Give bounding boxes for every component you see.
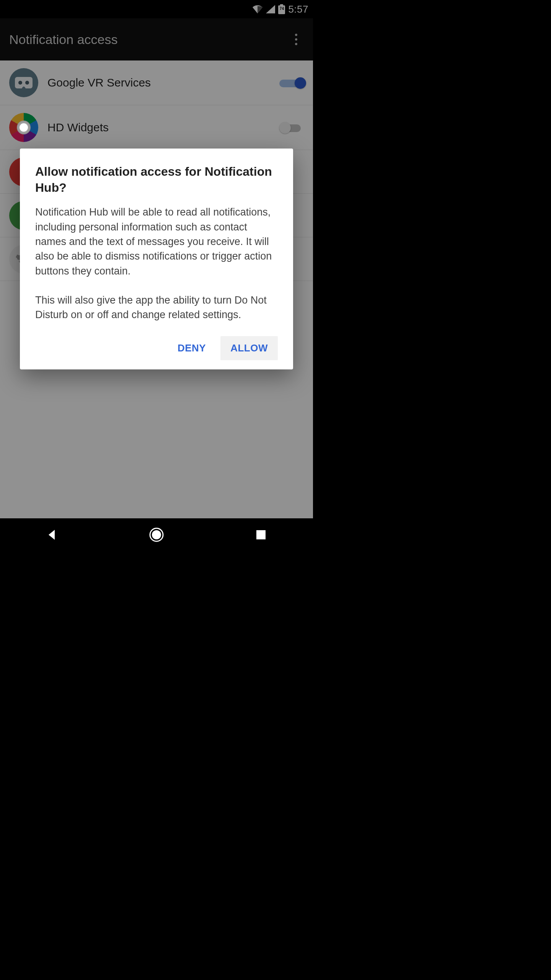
recent-apps-button[interactable]	[251, 525, 271, 544]
dialog-body: Notification Hub will be able to read al…	[35, 205, 278, 322]
navigation-bar	[0, 518, 313, 551]
svg-point-6	[152, 530, 161, 539]
svg-rect-7	[256, 530, 266, 539]
permission-dialog: Allow notification access for Notificati…	[20, 149, 293, 369]
home-button[interactable]	[147, 525, 166, 544]
dialog-title: Allow notification access for Notificati…	[35, 164, 278, 196]
back-button[interactable]	[42, 525, 62, 544]
dialog-actions: DENY ALLOW	[35, 336, 278, 360]
allow-button[interactable]: ALLOW	[220, 336, 278, 360]
deny-button[interactable]: DENY	[168, 336, 216, 360]
screen: 74 5:57 Notification access Google VR Se…	[0, 0, 313, 551]
